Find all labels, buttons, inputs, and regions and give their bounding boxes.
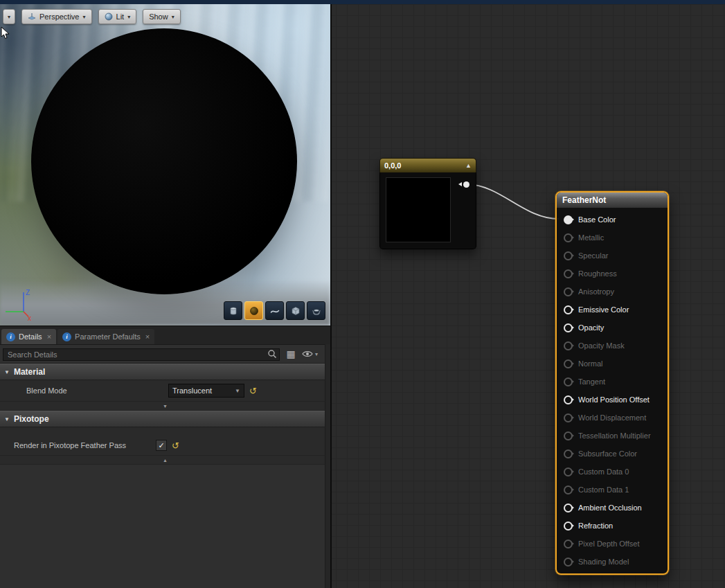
- pin-ambient-occlusion[interactable]: Ambient Occlusion: [557, 499, 668, 517]
- chevron-down-icon: ▾: [8, 14, 10, 20]
- preview-sphere-render: [31, 28, 297, 294]
- constant-vector-node[interactable]: 0,0,0 ▲: [379, 158, 476, 249]
- output-pin[interactable]: [463, 181, 469, 188]
- expand-arrow-icon: ▼: [4, 369, 10, 375]
- axis-gizmo: Z x: [3, 285, 39, 321]
- material-graph-canvas[interactable]: 0,0,0 ▲ FeatherNot Base ColorMetallicSpe…: [332, 0, 725, 588]
- pin-base-color[interactable]: Base Color: [557, 211, 668, 229]
- input-pin-icon[interactable]: [564, 359, 573, 368]
- pin-roughness[interactable]: Roughness: [557, 265, 668, 283]
- view-options-button[interactable]: ▾: [302, 350, 318, 358]
- input-pin-icon[interactable]: [564, 504, 573, 513]
- input-pin-icon[interactable]: [564, 413, 573, 422]
- pin-world-displacement[interactable]: World Displacement: [557, 409, 668, 427]
- pin-tangent[interactable]: Tangent: [557, 373, 668, 391]
- section-header-material[interactable]: ▼ Material: [0, 364, 330, 380]
- pin-refraction[interactable]: Refraction: [557, 517, 668, 535]
- preview-sphere-button[interactable]: [244, 301, 263, 320]
- panel-divider[interactable]: [330, 0, 332, 588]
- constant-node-header[interactable]: 0,0,0 ▲: [379, 158, 476, 172]
- perspective-button[interactable]: Perspective ▾: [21, 9, 92, 24]
- input-pin-icon[interactable]: [564, 323, 573, 332]
- section-header-pixotope[interactable]: ▼ Pixotope: [0, 411, 330, 427]
- constant-node-body: [379, 172, 476, 249]
- pin-metallic[interactable]: Metallic: [557, 229, 668, 247]
- pin-pixel-depth-offset[interactable]: Pixel Depth Offset: [557, 535, 668, 553]
- pin-world-position-offset[interactable]: World Position Offset: [557, 391, 668, 409]
- pin-opacity[interactable]: Opacity: [557, 319, 668, 337]
- pin-specular[interactable]: Specular: [557, 247, 668, 265]
- input-pin-icon[interactable]: [564, 558, 573, 567]
- pin-label: Opacity: [578, 323, 604, 332]
- input-pin-icon[interactable]: [564, 287, 573, 296]
- lit-label: Lit: [116, 12, 125, 21]
- pin-subsurface-color[interactable]: Subsurface Color: [557, 445, 668, 463]
- input-pin-icon[interactable]: [564, 341, 573, 350]
- pin-list: Base ColorMetallicSpecularRoughnessAniso…: [557, 208, 668, 573]
- preview-cube-button[interactable]: [286, 301, 305, 320]
- details-scrollbar[interactable]: [325, 344, 330, 588]
- show-button[interactable]: Show ▾: [143, 9, 181, 24]
- mouse-cursor: [1, 26, 10, 40]
- blend-mode-dropdown[interactable]: Translucent ▼: [168, 384, 244, 398]
- window-top-strip: [0, 0, 725, 4]
- advanced-expander[interactable]: ▼: [0, 402, 330, 411]
- pin-emissive-color[interactable]: Emissive Color: [557, 301, 668, 319]
- pin-custom-data-1[interactable]: Custom Data 1: [557, 481, 668, 499]
- input-pin-icon[interactable]: [564, 269, 573, 278]
- pin-opacity-mask[interactable]: Opacity Mask: [557, 337, 668, 355]
- preview-mesh-button[interactable]: [307, 301, 325, 320]
- eye-icon: [302, 350, 313, 358]
- collapse-expander[interactable]: ▲: [0, 456, 330, 465]
- input-pin-icon[interactable]: [564, 233, 573, 242]
- chevron-down-icon: ▾: [315, 351, 318, 357]
- blend-mode-row: Blend Mode Translucent ▼ ↺: [0, 380, 330, 402]
- pin-shading-model[interactable]: Shading Model: [557, 553, 668, 571]
- collapse-node-icon[interactable]: ▲: [465, 162, 472, 169]
- material-preview-viewport[interactable]: ▾ Perspective ▾ Lit ▾: [0, 0, 330, 326]
- lit-button[interactable]: Lit ▾: [98, 9, 137, 24]
- input-pin-icon[interactable]: [564, 540, 573, 549]
- feather-pass-checkbox[interactable]: [156, 440, 167, 451]
- pin-custom-data-0[interactable]: Custom Data 0: [557, 463, 668, 481]
- search-field-wrap: [3, 348, 280, 361]
- expand-arrow-icon: ▼: [4, 416, 10, 422]
- pin-label: Opacity Mask: [578, 341, 625, 350]
- pin-label: Tangent: [578, 377, 605, 386]
- input-pin-icon[interactable]: [564, 449, 573, 458]
- search-details-input[interactable]: [3, 348, 280, 361]
- input-pin-icon[interactable]: [564, 431, 573, 440]
- material-result-node[interactable]: FeatherNot Base ColorMetallicSpecularRou…: [555, 191, 669, 575]
- close-icon[interactable]: ×: [47, 333, 51, 341]
- pin-label: World Position Offset: [578, 395, 650, 404]
- preview-shape-buttons: [224, 301, 325, 320]
- input-pin-icon[interactable]: [564, 467, 573, 476]
- tab-details[interactable]: i Details ×: [1, 329, 56, 344]
- input-pin-icon[interactable]: [564, 251, 573, 260]
- preview-cylinder-button[interactable]: [224, 301, 242, 320]
- input-pin-icon[interactable]: [564, 305, 573, 314]
- close-icon[interactable]: ×: [145, 333, 150, 341]
- viewport-options-button[interactable]: ▾: [3, 9, 15, 24]
- pin-label: Metallic: [578, 233, 604, 242]
- pin-anisotropy[interactable]: Anisotropy: [557, 283, 668, 301]
- chevron-down-icon: ▼: [235, 388, 240, 394]
- material-node-title: FeatherNot: [562, 195, 606, 205]
- pin-label: Custom Data 0: [578, 467, 629, 476]
- input-pin-icon[interactable]: [564, 395, 573, 404]
- tab-parameter-defaults[interactable]: i Parameter Defaults ×: [57, 329, 154, 344]
- input-pin-icon[interactable]: [564, 485, 573, 495]
- reset-to-default-icon[interactable]: ↺: [172, 441, 179, 450]
- input-pin-icon[interactable]: [564, 522, 573, 531]
- blend-mode-label: Blend Mode: [0, 386, 168, 395]
- pin-normal[interactable]: Normal: [557, 355, 668, 373]
- chevron-down-icon: ▾: [172, 14, 174, 20]
- material-node-header[interactable]: FeatherNot: [557, 193, 668, 208]
- input-pin-icon[interactable]: [564, 215, 573, 224]
- pin-label: Base Color: [578, 215, 616, 224]
- preview-plane-button[interactable]: [265, 301, 284, 320]
- property-matrix-button[interactable]: ▦: [284, 347, 298, 361]
- reset-to-default-icon[interactable]: ↺: [249, 386, 257, 395]
- pin-tessellation-multiplier[interactable]: Tessellation Multiplier: [557, 427, 668, 445]
- input-pin-icon[interactable]: [564, 377, 573, 386]
